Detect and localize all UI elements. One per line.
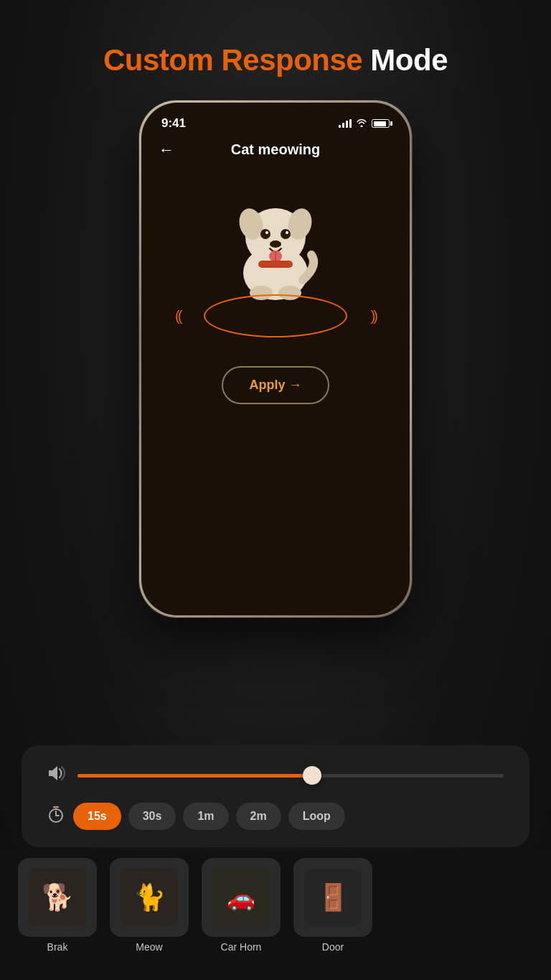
sound-thumb-meow: 🐈 [110,858,189,937]
svg-point-4 [260,229,270,239]
title-area: Custom Response Mode [0,43,551,78]
title-orange: Custom Response [103,43,362,77]
svg-point-6 [265,231,268,234]
sound-thumb-carhorn: 🚗 [202,858,281,937]
sound-label-door: Door [322,941,344,953]
timer-options: 15s 30s 1m 2m Loop [73,803,345,830]
svg-point-18 [55,807,57,809]
svg-point-8 [270,241,281,248]
timer-loop[interactable]: Loop [288,803,345,830]
signal-icon [339,119,352,128]
sound-item-brak[interactable]: 🐕 Brak [14,858,100,953]
svg-text:🚗: 🚗 [227,885,255,912]
phone-mockup: 9:41 [139,101,412,617]
svg-text:🐕: 🐕 [42,882,74,913]
svg-point-5 [281,229,291,239]
phone-outer-frame: 9:41 [139,101,412,617]
wave-right-icon: )) [371,308,376,325]
timer-30s[interactable]: 30s [128,803,176,830]
sound-item-carhorn[interactable]: 🚗 Car Horn [198,858,284,953]
svg-rect-11 [258,261,293,268]
sound-thumb-door: 🚪 [293,858,372,937]
status-time: 9:41 [161,116,186,131]
timer-icon [47,806,65,827]
timer-1m[interactable]: 1m [183,803,228,830]
apply-button[interactable]: Apply → [222,366,329,404]
volume-slider[interactable] [77,774,504,778]
status-bar: 9:41 [141,103,410,134]
title-white: Mode [362,43,448,77]
svg-text:🐈: 🐈 [133,882,166,913]
phone-screen: 9:41 [141,103,410,615]
status-icons [339,118,390,129]
sound-item-door[interactable]: 🚪 Door [290,858,376,953]
sound-item-meow[interactable]: 🐈 Meow [106,858,192,953]
sound-label-meow: Meow [136,941,162,953]
timer-row: 15s 30s 1m 2m Loop [47,803,504,830]
volume-row [47,765,504,785]
volume-slider-fill [77,774,312,778]
nav-bar: ← Cat meowing [141,134,410,165]
timer-15s[interactable]: 15s [73,803,121,830]
sound-label-carhorn: Car Horn [221,941,262,953]
sounds-strip: 🐕 Brak 🐈 Meow 🚗 Car Horn 🚪 [0,851,551,980]
oval-ring [204,294,347,337]
bottom-panel: 15s 30s 1m 2m Loop [22,745,529,847]
wifi-icon [356,118,367,129]
svg-text:🚪: 🚪 [317,882,349,913]
battery-icon [372,119,390,128]
sound-ring: (( )) [168,280,383,352]
volume-icon [47,765,66,785]
sound-label-brak: Brak [47,941,68,953]
sound-thumb-brak: 🐕 [18,858,97,937]
wave-left-icon: (( [175,308,180,325]
volume-slider-thumb[interactable] [303,766,321,785]
nav-title: Cat meowing [231,141,320,158]
back-button[interactable]: ← [159,141,174,159]
dog-illustration-area: (( )) Apply → [141,165,410,411]
svg-point-7 [286,231,288,234]
timer-2m[interactable]: 2m [236,803,281,830]
